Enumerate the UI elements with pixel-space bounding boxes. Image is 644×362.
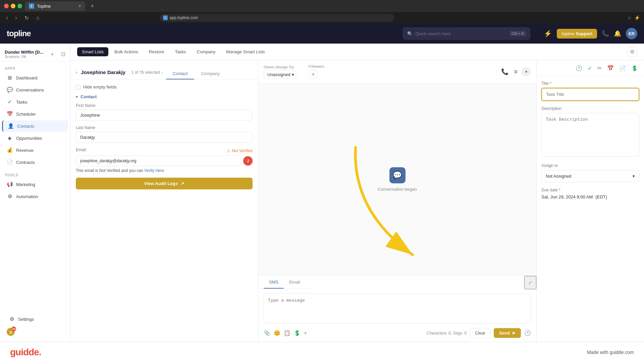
minimize-traffic-light[interactable]: [11, 4, 15, 8]
task-description-input[interactable]: [541, 113, 639, 157]
chat-tab-sms[interactable]: SMS: [264, 276, 284, 289]
expand-chat-button[interactable]: ⤢: [524, 276, 536, 289]
sidebar-item-automation[interactable]: ⚙ Automation: [2, 191, 68, 202]
collapse-chat-button[interactable]: ▾: [522, 67, 531, 76]
last-name-input[interactable]: [76, 132, 253, 143]
sidebar: Dunder Mifflin [D... Scranton, PA ▾ ⊡ Ap…: [0, 44, 70, 342]
bookmark-button[interactable]: ☆: [627, 15, 632, 20]
view-audit-logs-button[interactable]: View Audit Logs ↗: [76, 178, 253, 189]
last-name-field: Last Name: [76, 125, 253, 143]
sidebar-item-contracts[interactable]: 📄 Contracts: [2, 157, 68, 168]
payment-icon[interactable]: 💲: [294, 330, 301, 336]
owner-dropdown[interactable]: Unassigned ▾: [264, 70, 298, 79]
app-header: topline 🔍 Ctrl + K ⚡ topline Support 📞 🔔…: [0, 23, 644, 44]
task-check-icon[interactable]: ✓: [586, 64, 593, 73]
contact-tab-contact[interactable]: Contact: [166, 68, 195, 79]
sidebar-item-tasks[interactable]: ✓ Tasks: [2, 96, 68, 108]
address-bar[interactable]: t app.topline.com: [160, 14, 394, 22]
tab-close-btn[interactable]: ✕: [78, 4, 81, 8]
contact-forward-icon[interactable]: ›: [161, 70, 163, 75]
sidebar-toggle-button[interactable]: ⊡: [61, 51, 65, 57]
calendar-panel-icon[interactable]: 📅: [606, 64, 615, 73]
contact-tab-company[interactable]: Company: [194, 68, 226, 79]
header-search[interactable]: 🔍 Ctrl + K: [403, 27, 530, 40]
add-follower-button[interactable]: +: [309, 70, 318, 79]
back-nav-button[interactable]: ‹: [4, 14, 10, 21]
clear-button[interactable]: Clear: [470, 328, 490, 338]
content-area: Smart Lists Bulk Actions Restore Tasks C…: [70, 44, 644, 342]
attachment-icon[interactable]: 📎: [264, 330, 270, 336]
tab-company[interactable]: Company: [192, 47, 220, 56]
section-title: Contact: [80, 94, 97, 99]
sidebar-item-opportunities[interactable]: ◈ Opportunities: [2, 132, 68, 144]
assign-chevron-icon: ▾: [633, 174, 635, 179]
email-label: Email: [76, 147, 86, 152]
tab-bulk-actions[interactable]: Bulk Actions: [110, 47, 143, 56]
dollar-panel-icon[interactable]: 💲: [630, 64, 639, 73]
section-chevron-icon: ▾: [76, 95, 78, 99]
tab-tasks[interactable]: Tasks: [170, 47, 191, 56]
phone-icon-button[interactable]: 📞: [602, 30, 609, 37]
task-due-value: Sat, Jun 29, 2024 8:00 AM (EDT): [541, 194, 639, 199]
settings-gear-icon[interactable]: ⚙: [627, 47, 637, 57]
sidebar-item-conversations[interactable]: 💬 Conversations: [2, 84, 68, 96]
lightning-icon[interactable]: ⚡: [544, 29, 552, 38]
sidebar-item-settings[interactable]: ⚙ Settings: [4, 313, 66, 325]
sidebar-item-revenue[interactable]: 💰 Revenue: [2, 144, 68, 156]
not-verified-text: Not Verified: [232, 148, 253, 153]
notification-bell-button[interactable]: 🔔: [614, 30, 621, 37]
reload-nav-button[interactable]: ↻: [22, 14, 31, 22]
contact-pagination: 1 of 76 selected ›: [131, 70, 163, 75]
chat-message-input[interactable]: [264, 293, 531, 323]
sidebar-user-item[interactable]: g 24: [2, 325, 68, 339]
browser-tab[interactable]: t Topline ✕: [25, 1, 85, 11]
schedule-icon[interactable]: 🕐: [524, 330, 531, 336]
close-traffic-light[interactable]: [4, 4, 9, 8]
verify-here-link[interactable]: Verify Here: [144, 168, 164, 173]
contact-back-button[interactable]: ‹: [76, 69, 77, 75]
contact-name: Josephine Darakjy: [81, 69, 125, 75]
call-action-button[interactable]: 📞: [500, 67, 510, 77]
app-container: topline 🔍 Ctrl + K ⚡ topline Support 📞 🔔…: [0, 23, 644, 362]
user-avatar[interactable]: ER: [626, 28, 637, 39]
forward-nav-button[interactable]: ›: [13, 14, 19, 21]
first-name-input[interactable]: [76, 110, 253, 121]
task-assign-dropdown[interactable]: Not Assigned ▾: [541, 170, 639, 182]
send-icon: ➤: [512, 330, 516, 336]
marketing-icon: 📢: [7, 181, 13, 187]
contact-section-header[interactable]: ▾ Contact: [76, 94, 253, 99]
task-assign-field: Assign to Not Assigned ▾: [541, 163, 639, 182]
dashboard-icon: ⊞: [7, 75, 13, 81]
hide-empty-checkbox[interactable]: [76, 85, 80, 89]
maximize-traffic-light[interactable]: [17, 4, 22, 8]
chat-tab-email[interactable]: Email: [284, 276, 306, 289]
template-icon[interactable]: 📋: [284, 330, 290, 336]
send-button[interactable]: Send ➤: [494, 328, 521, 338]
edit-panel-icon[interactable]: ✏: [596, 64, 603, 73]
support-button[interactable]: topline Support: [557, 29, 597, 39]
task-title-label: Title *: [541, 81, 639, 86]
chat-header: Owner (Assign To) Unassigned ▾ Followers…: [258, 60, 536, 83]
search-input[interactable]: [415, 31, 507, 36]
document-panel-icon[interactable]: 📄: [618, 64, 627, 73]
extensions-button[interactable]: ⚡: [634, 15, 640, 20]
home-nav-button[interactable]: ⌂: [34, 14, 42, 21]
new-tab-button[interactable]: +: [88, 3, 97, 10]
tab-manage-smart-lists[interactable]: Manage Smart Lists: [221, 47, 270, 56]
task-description-label: Description: [541, 106, 639, 111]
emoji-icon[interactable]: 😊: [274, 330, 280, 336]
sidebar-item-marketing[interactable]: 📢 Marketing: [2, 179, 68, 190]
email-input[interactable]: [76, 156, 241, 166]
workspace-chevron-icon[interactable]: ▾: [51, 52, 53, 57]
add-more-icon[interactable]: +: [304, 330, 307, 336]
sidebar-item-dashboard[interactable]: ⊞ Dashboard: [2, 72, 68, 83]
sidebar-item-contacts[interactable]: 👤 Contacts: [2, 120, 68, 132]
tab-smart-lists[interactable]: Smart Lists: [77, 47, 108, 56]
workspace-header: Dunder Mifflin [D... Scranton, PA ▾ ⊡: [0, 47, 70, 62]
sidebar-item-scheduler[interactable]: 📅 Scheduler: [2, 108, 68, 120]
tab-restore[interactable]: Restore: [144, 47, 169, 56]
sidebar-item-label: Opportunities: [16, 136, 42, 141]
clock-panel-icon[interactable]: 🕐: [574, 64, 584, 73]
task-title-input[interactable]: [541, 88, 639, 101]
filter-action-button[interactable]: ≡: [513, 67, 519, 77]
